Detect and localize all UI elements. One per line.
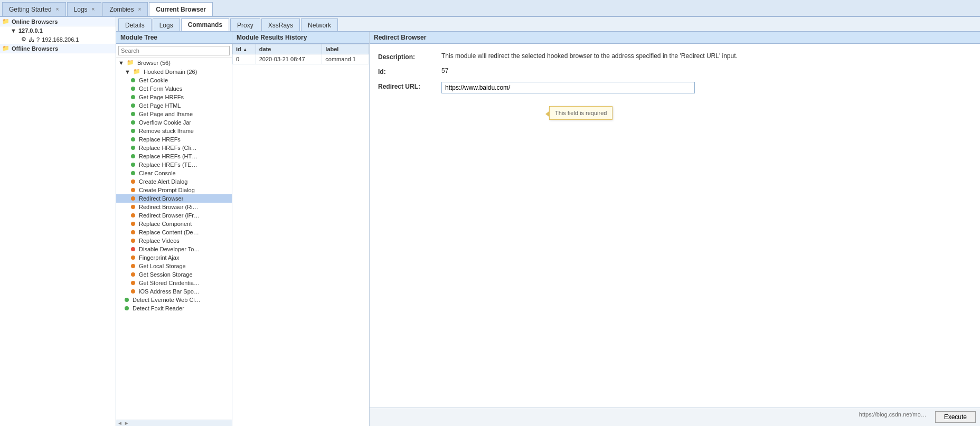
tab-details-label: Details [125, 22, 145, 29]
tree-node[interactable]: iOS Address Bar Spo… [116, 287, 232, 296]
tree-node-label: Clear Console [139, 170, 176, 176]
validation-message: This field is required [555, 110, 607, 116]
tree-node-label: Get Local Storage [139, 263, 186, 269]
sidebar-online-browsers[interactable]: 📁 Online Browsers [0, 17, 116, 26]
detail-description-row: Description: This module will redirect t… [378, 52, 972, 61]
sidebar-offline-browsers[interactable]: 📁 Offline Browsers [0, 44, 116, 53]
status-url: https://blog.csdn.net/mo… [859, 411, 927, 423]
online-browsers-icon: 📁 [2, 18, 10, 25]
tree-node[interactable]: Replace HREFs (Cli… [116, 144, 232, 152]
tree-node[interactable]: Redirect Browser (iFr… [116, 211, 232, 220]
tree-node-label: Hooked Domain (26) [144, 69, 197, 75]
table-cell-date: 2020-03-21 08:47 [256, 54, 322, 64]
module-tree-content: ▼📁Browser (56)▼📁Hooked Domain (26)Get Co… [116, 58, 232, 420]
execute-button[interactable]: Execute [935, 411, 976, 423]
module-tree-search-input[interactable] [118, 46, 230, 55]
close-getting-started-icon[interactable]: × [56, 6, 59, 12]
table-row[interactable]: 02020-03-21 08:47command 1 [233, 54, 369, 64]
col-id-header[interactable]: id ▲ [233, 44, 256, 54]
table-cell-label: command 1 [322, 54, 369, 64]
module-bullet [131, 78, 135, 82]
close-zombies-icon[interactable]: × [138, 6, 141, 12]
tree-node[interactable]: ▼📁Hooked Domain (26) [116, 67, 232, 76]
tree-node[interactable]: Disable Developer To… [116, 245, 232, 253]
tree-node[interactable]: ▼📁Browser (56) [116, 58, 232, 67]
sidebar: 📁 Online Browsers ▼ 127.0.0.1 ⚙ 🖧 ? 192.… [0, 17, 116, 426]
tree-node-label: Get Page and Iframe [139, 111, 193, 117]
tree-node[interactable]: Replace HREFs [116, 135, 232, 144]
tree-node[interactable]: Redirect Browser [116, 194, 232, 203]
tab-logs[interactable]: Logs × [67, 2, 102, 16]
module-bullet [131, 264, 135, 268]
tree-node[interactable]: Remove stuck Iframe [116, 127, 232, 135]
tab-network[interactable]: Network [301, 18, 338, 31]
tree-node[interactable]: Create Prompt Dialog [116, 186, 232, 194]
tree-node[interactable]: Get Page HTML [116, 101, 232, 110]
module-bullet [131, 129, 135, 133]
tree-node[interactable]: Redirect Browser (Ri… [116, 203, 232, 211]
tab-xssrays[interactable]: XssRays [261, 18, 300, 31]
tree-node-label: Create Alert Dialog [139, 178, 187, 185]
tree-node[interactable]: Replace Videos [116, 236, 232, 245]
sidebar-item-192[interactable]: ⚙ 🖧 ? 192.168.206.1 [4, 35, 116, 44]
tree-node-label: Replace HREFs (TE… [139, 162, 197, 168]
tree-node[interactable]: Replace Component [116, 220, 232, 228]
execute-bar: https://blog.csdn.net/mo… Execute [370, 408, 980, 426]
module-bullet [131, 281, 135, 285]
tree-horizontal-scroll[interactable]: ◄ ► [116, 420, 232, 426]
module-bullet [131, 230, 135, 234]
tab-zombies[interactable]: Zombies × [102, 2, 148, 16]
folder-icon: 📁 [133, 68, 140, 75]
module-results-header: Module Results History [232, 32, 369, 44]
tree-node[interactable]: Get Stored Credentia… [116, 279, 232, 287]
tree-node[interactable]: Get Local Storage [116, 262, 232, 270]
close-logs-icon[interactable]: × [92, 6, 95, 12]
module-bullet [131, 154, 135, 158]
tree-node[interactable]: Get Page and Iframe [116, 110, 232, 118]
tree-node[interactable]: Detect Evernote Web Cl… [116, 296, 232, 304]
tree-node[interactable]: Replace HREFs (TE… [116, 160, 232, 169]
tab-getting-started[interactable]: Getting Started × [2, 2, 66, 16]
tab-details[interactable]: Details [118, 18, 152, 31]
col-label-header[interactable]: label [322, 44, 369, 54]
tree-node-label: Replace HREFs (HT… [139, 153, 197, 159]
tab-commands[interactable]: Commands [181, 18, 229, 31]
folder-127-label: 127.0.0.1 [18, 27, 43, 34]
tree-node-label: Replace HREFs (Cli… [139, 145, 196, 151]
network-icon: 🖧 [29, 36, 34, 43]
tree-node[interactable]: Clear Console [116, 169, 232, 177]
module-bullet [131, 188, 135, 192]
tree-node[interactable]: Overflow Cookie Jar [116, 118, 232, 127]
tree-node[interactable]: Create Alert Dialog [116, 177, 232, 186]
tree-node-label: Remove stuck Iframe [139, 128, 194, 134]
tree-node[interactable]: Get Session Storage [116, 270, 232, 279]
tab-proxy[interactable]: Proxy [230, 18, 260, 31]
tree-node-label: Get Stored Credentia… [139, 280, 200, 286]
tree-node[interactable]: Get Page HREFs [116, 93, 232, 101]
online-browsers-label: Online Browsers [12, 18, 58, 25]
module-bullet [131, 213, 135, 217]
module-bullet [131, 272, 135, 277]
col-date-header[interactable]: date [256, 44, 322, 54]
tree-node[interactable]: Get Cookie [116, 76, 232, 84]
tab-current-browser[interactable]: Current Browser [149, 2, 213, 16]
tree-node-label: Fingerprint Ajax [139, 254, 179, 261]
module-bullet [131, 255, 135, 260]
sidebar-item-127[interactable]: ▼ 127.0.0.1 [4, 26, 116, 35]
tree-node-label: Get Page HTML [139, 102, 181, 109]
tab-logs[interactable]: Logs [153, 18, 180, 31]
detail-panel: Redirect Browser Description: This modul… [370, 32, 980, 426]
offline-folder-icon: 📁 [2, 45, 10, 52]
tree-node[interactable]: Detect Foxit Reader [116, 304, 232, 313]
detail-id-label: Id: [378, 67, 441, 75]
module-bullet [131, 146, 135, 150]
redirect-url-input[interactable] [441, 82, 695, 93]
tree-node[interactable]: Replace HREFs (HT… [116, 152, 232, 160]
tree-node[interactable]: Get Form Values [116, 84, 232, 93]
tree-node[interactable]: Replace Content (De… [116, 228, 232, 236]
tab-proxy-label: Proxy [237, 22, 253, 29]
detail-redirect-url-row: Redirect URL: [378, 82, 972, 93]
tree-node-label: Redirect Browser (Ri… [139, 204, 198, 210]
tree-node[interactable]: Fingerprint Ajax [116, 253, 232, 262]
tab-commands-label: Commands [188, 21, 222, 29]
